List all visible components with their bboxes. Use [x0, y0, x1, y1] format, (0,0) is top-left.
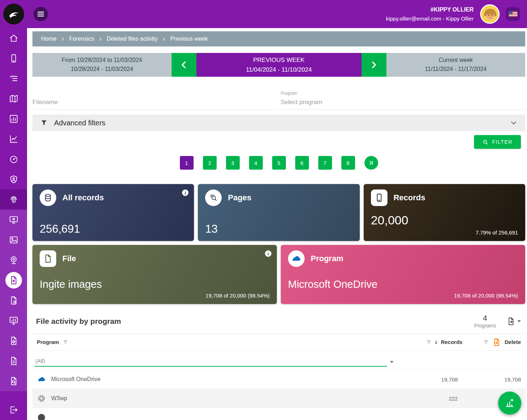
- active-item-highlight: [5, 272, 22, 289]
- card-title: File: [62, 254, 76, 263]
- pagination-page[interactable]: 1: [180, 156, 194, 170]
- monitor-chart-icon: [9, 316, 18, 325]
- records-value: 222: [411, 396, 458, 402]
- pagination-page[interactable]: 8: [341, 156, 355, 170]
- file-document-icon: [9, 356, 18, 366]
- sidebar-item-devices[interactable]: [0, 48, 27, 68]
- funnel-icon: [63, 339, 68, 345]
- last-page-icon: [368, 160, 375, 166]
- program-filter-select[interactable]: (All): [35, 358, 387, 367]
- filter-button-label: FILTER: [492, 139, 512, 145]
- previous-week-title: From 10/28/2024 to 11/03/2024: [62, 56, 142, 65]
- next-week-block[interactable]: Current week 11/11/2024 - 11/17/2024: [386, 53, 526, 77]
- week-selector: From 10/28/2024 to 11/03/2024 10/28/2024…: [32, 53, 525, 77]
- program-field-wrap: Program: [281, 82, 526, 110]
- sidebar-item-saved-files[interactable]: [0, 351, 27, 371]
- monitor-eye-icon: [9, 215, 18, 224]
- user-email-line: kippy.ollier@email.com - Kippy Ollier: [386, 14, 474, 23]
- programs-count-label: Programs: [474, 323, 496, 329]
- programs-count: 4 Programs: [474, 313, 496, 329]
- sidebar-item-screenshots[interactable]: [0, 230, 27, 250]
- hamburger-icon: [37, 12, 44, 17]
- add-report-fab[interactable]: [498, 392, 521, 415]
- programs-count-value: 4: [474, 313, 496, 323]
- chevron-right-icon: [161, 37, 166, 41]
- map-icon: [9, 94, 18, 103]
- sidebar-item-program-activity[interactable]: [0, 310, 27, 331]
- table-header: File activity by program 4 Programs: [32, 308, 525, 334]
- program-filter-value: (All): [35, 358, 45, 364]
- sidebar-item-analytics[interactable]: [0, 129, 27, 149]
- week-back-button[interactable]: [172, 53, 196, 77]
- export-menu-button[interactable]: [507, 317, 521, 326]
- sidebar-item-reports[interactable]: [0, 109, 27, 129]
- sidebar-item-dashboard[interactable]: [0, 149, 27, 169]
- sidebar-item-file-settings[interactable]: [0, 331, 27, 351]
- file-card: File Ingite images 19,708 of 20,000 (98.…: [32, 245, 277, 304]
- filename-input[interactable]: [32, 99, 277, 106]
- file-gear-icon: [9, 336, 18, 345]
- next-week-title: Current week: [439, 56, 473, 65]
- sidebar-item-screen-monitoring[interactable]: [0, 210, 27, 230]
- gear-icon: [37, 394, 46, 403]
- previous-week-block[interactable]: From 10/28/2024 to 11/03/2024 10/28/2024…: [32, 53, 172, 77]
- sidebar-item-forensics[interactable]: [0, 189, 27, 210]
- logout-icon: [9, 405, 18, 415]
- database-icon: [40, 189, 56, 206]
- us-flag-icon: [509, 12, 517, 17]
- program-field-label: Program: [281, 91, 526, 96]
- top-file-subtext: 19,708 of 20,000 (98.54%): [40, 292, 270, 299]
- breadcrumb-home[interactable]: Home: [41, 36, 57, 42]
- smartphone-icon: [9, 54, 18, 63]
- info-icon[interactable]: [182, 189, 189, 196]
- pagination-page[interactable]: 4: [249, 156, 263, 170]
- stat-cards-row-1: All records 256,691 Pages 13: [32, 184, 525, 241]
- avatar[interactable]: [480, 4, 500, 24]
- info-icon[interactable]: [265, 250, 272, 257]
- current-period-range: 11/04/2024 - 11/10/2024: [246, 65, 312, 75]
- next-week-range: 11/11/2024 - 11/17/2024: [425, 65, 487, 74]
- language-selector-button[interactable]: [506, 7, 520, 21]
- app-logo[interactable]: [0, 4, 27, 24]
- sidebar-item-logout[interactable]: [0, 400, 27, 420]
- sidebar-item-map[interactable]: [0, 89, 27, 109]
- delete-file-icon: [492, 338, 501, 347]
- filter-button[interactable]: FILTER: [474, 135, 521, 149]
- program-column-header[interactable]: Program: [37, 339, 68, 345]
- records-column-header[interactable]: Records: [426, 339, 462, 345]
- breadcrumb-deleted-files-activity[interactable]: Deleted files activity: [107, 36, 158, 42]
- sidebar-item-activity-log[interactable]: [0, 68, 27, 89]
- breadcrumb-forensics[interactable]: Forensics: [69, 36, 94, 42]
- file-activity-section: File activity by program 4 Programs Prog…: [32, 308, 525, 420]
- sidebar-item-security[interactable]: [0, 169, 27, 189]
- pagination-page[interactable]: 7: [318, 156, 332, 170]
- table-row[interactable]: W3wp 222: [32, 389, 525, 408]
- card-title: Pages: [228, 193, 251, 202]
- sidebar-item-webcam[interactable]: [0, 250, 27, 270]
- pagination-page[interactable]: 5: [272, 156, 286, 170]
- breadcrumb-previous-week: Previous week: [170, 36, 208, 42]
- table-row[interactable]: [32, 408, 525, 420]
- pages-value: 13: [205, 223, 352, 236]
- program-icon: [37, 413, 46, 420]
- funnel-icon: [483, 339, 489, 345]
- delete-column-header[interactable]: Delete: [483, 338, 521, 347]
- advanced-filters-toggle[interactable]: Advanced filters: [32, 115, 525, 131]
- line-chart-icon: [9, 134, 18, 144]
- chevron-down-icon[interactable]: [510, 119, 517, 126]
- file-icon: [40, 250, 56, 267]
- pagination-last-page-button[interactable]: [364, 156, 378, 170]
- table-title: File activity by program: [36, 317, 121, 326]
- program-select-input[interactable]: [281, 99, 526, 106]
- chevron-right-icon: [369, 60, 378, 70]
- week-forward-button[interactable]: [362, 53, 386, 77]
- hamburger-menu-button[interactable]: [34, 7, 48, 21]
- pagination-page[interactable]: 3: [226, 156, 240, 170]
- sidebar-item-home[interactable]: [0, 28, 27, 48]
- sidebar-item-file-report[interactable]: [0, 290, 27, 310]
- sidebar-item-deleted-files[interactable]: [0, 270, 27, 290]
- pagination-page[interactable]: 2: [203, 156, 217, 170]
- pagination-page[interactable]: 6: [295, 156, 309, 170]
- sidebar-item-file-search[interactable]: [0, 371, 27, 391]
- table-row[interactable]: Microsoft OneDrive 19,708 19,708: [32, 370, 525, 389]
